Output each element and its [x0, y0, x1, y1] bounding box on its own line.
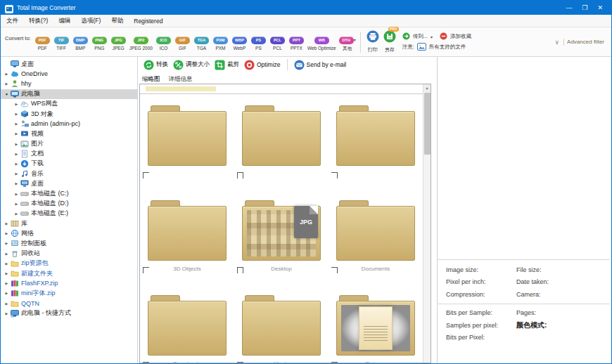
expand-arrow-icon[interactable]: ▶ [4, 241, 10, 245]
menu-item-4[interactable]: 帮助 [111, 17, 123, 25]
expand-arrow-icon[interactable]: ▶ [4, 261, 10, 266]
print-button[interactable]: 打印 [366, 30, 379, 53]
tab-details[interactable]: 详细信息 [169, 75, 193, 84]
expand-arrow-icon[interactable]: ▶ [13, 181, 20, 186]
tree-item-onedrive[interactable]: ▶OneDrive [1, 69, 137, 79]
format-dropdown-icon[interactable]: ▾ [354, 38, 356, 42]
folder-item-desktop[interactable]: JPGDesktop [234, 200, 329, 261]
tree-item-控制面板[interactable]: ▶控制面板 [1, 238, 137, 248]
expand-arrow-icon[interactable]: ▶ [13, 152, 20, 156]
expand-arrow-icon[interactable]: ▶ [13, 142, 20, 146]
format-button-pdf[interactable]: PDFPDF [34, 31, 51, 51]
tree-item-hhy[interactable]: ▶hhy [1, 79, 137, 89]
format-button-webp[interactable]: WBPWebP [231, 31, 248, 51]
expand-arrow-icon[interactable]: ▶ [4, 291, 10, 295]
expand-arrow-icon[interactable]: ▶ [13, 212, 20, 216]
tree-item-网络[interactable]: ▶网络 [1, 228, 137, 238]
expand-arrow-icon[interactable]: ▶ [4, 221, 10, 226]
scroll-up-button[interactable]: ▲ [423, 84, 431, 92]
menu-item-3[interactable]: 选项(F) [81, 17, 101, 25]
tree-item-admin-admin-pc-[interactable]: ▶admin (admin-pc) [1, 119, 137, 129]
format-button-ico[interactable]: ICOICO [155, 31, 172, 51]
save-button[interactable]: PRO 另存 [383, 30, 396, 53]
folder-icon[interactable] [148, 105, 227, 166]
tree-item-此电脑[interactable]: ▼此电脑 [1, 89, 137, 99]
close-button[interactable]: ✕ [597, 4, 603, 11]
tree-item-下载[interactable]: ▶下载 [1, 159, 137, 169]
send-to-dropdown-icon[interactable]: ▾ [431, 34, 433, 39]
tree-item-flashfxp-zip[interactable]: ▶FlashFXP.zip [1, 278, 137, 288]
tree-item-新建文件夹[interactable]: ▶新建文件夹 [1, 268, 137, 278]
selection-checkbox[interactable] [237, 172, 243, 178]
expand-arrow-icon[interactable]: ▶ [4, 301, 10, 306]
expand-arrow-icon[interactable]: ▶ [4, 281, 10, 285]
send-to-button[interactable]: 传到... [413, 33, 428, 40]
action-button-转换[interactable]: 转换 [144, 60, 168, 70]
tab-thumbnails[interactable]: 缩略图 [142, 75, 160, 84]
tree-item-回收站[interactable]: ▶回收站 [1, 249, 137, 259]
file-filter-value[interactable]: 所有支持的文件 [429, 44, 466, 51]
tree-item-视频[interactable]: ▶视频 [1, 129, 137, 138]
expand-arrow-icon[interactable]: ▶ [4, 231, 10, 235]
expand-arrow-icon[interactable]: ▶ [4, 72, 10, 76]
format-button-ps[interactable]: PSPS [250, 31, 267, 51]
tree-item-库[interactable]: ▶库 [1, 219, 137, 228]
scrollbar-thumb[interactable] [424, 93, 431, 155]
tree-item-mini字体-zip[interactable]: ▶mini字体.zip [1, 288, 137, 298]
expand-arrow-icon[interactable]: ▶ [4, 252, 10, 256]
folder-icon[interactable] [242, 105, 321, 166]
tree-item-桌面[interactable]: ▶桌面 [1, 178, 137, 188]
folder-item-documents[interactable]: Documents [329, 200, 423, 261]
format-button-tiff[interactable]: TIFTIFF [53, 31, 70, 51]
expand-arrow-icon[interactable]: ▶ [13, 112, 20, 116]
folder-item[interactable] [234, 105, 329, 166]
scrollbar[interactable]: ▲ [423, 84, 431, 363]
format-button-pcl[interactable]: PCLPCL [269, 31, 286, 51]
expand-arrow-icon[interactable]: ▶ [13, 102, 20, 106]
maximize-button[interactable]: ❐ [582, 4, 587, 11]
folder-icon[interactable] [336, 200, 415, 261]
tree-item-本地磁盘-e-[interactable]: ▶本地磁盘 (E:) [1, 209, 137, 219]
folder-icon[interactable] [336, 105, 415, 166]
advanced-filter[interactable]: ∨ Advanced filter [554, 39, 608, 46]
expand-arrow-icon[interactable]: ▶ [13, 162, 20, 166]
tree-item-qqtn[interactable]: ▶QQTN [1, 299, 137, 308]
action-button-调整大小[interactable]: 调整大小 [173, 60, 210, 70]
action-button-send-by-e-mail[interactable]: Send by e-mail [294, 60, 347, 70]
expand-arrow-icon[interactable]: ▶ [4, 271, 10, 275]
folder-icon[interactable] [148, 295, 227, 356]
folder-item-3d-objects[interactable]: 3D Objects [140, 200, 234, 261]
expand-arrow-icon[interactable]: ▶ [13, 171, 20, 176]
collapse-arrow-icon[interactable]: ▼ [4, 92, 10, 96]
folder-item[interactable] [140, 105, 234, 166]
folder-item-downloads[interactable]: Downloads [140, 295, 234, 356]
chevron-down-icon[interactable]: ∨ [554, 39, 564, 46]
menu-item-0[interactable]: 文件 [6, 17, 18, 25]
tree-item-桌面[interactable]: 桌面 [1, 59, 137, 69]
expand-arrow-icon[interactable]: ▶ [13, 202, 20, 206]
tree-item-图片[interactable]: ▶图片 [1, 139, 137, 149]
expand-arrow-icon[interactable]: ▶ [4, 82, 10, 86]
format-button-pptx[interactable]: PPTPPTX [288, 31, 305, 51]
menu-item-5[interactable]: Registered [134, 18, 162, 25]
folder-item[interactable] [329, 105, 423, 166]
tree-item-此电脑-快捷方式[interactable]: ▶此电脑 - 快捷方式 [1, 308, 137, 318]
tree-item-wps网盘[interactable]: ▶WPS网盘 [1, 99, 137, 109]
format-button-bmp[interactable]: BMPBMP [72, 31, 89, 51]
selection-checkbox[interactable] [143, 172, 149, 178]
tree-item-zip资源包[interactable]: ▶zip资源包 [1, 259, 137, 268]
tree-item-3d-对象[interactable]: ▶3D 对象 [1, 109, 137, 119]
format-button-gif[interactable]: GIFGIF [174, 31, 191, 51]
folder-icon[interactable]: JPG [242, 200, 321, 261]
selection-checkbox[interactable] [331, 172, 338, 178]
menu-item-2[interactable]: 编辑 [58, 17, 70, 25]
tree-item-音乐[interactable]: ▶音乐 [1, 169, 137, 178]
format-button-web-optimize[interactable]: WBWeb Optimize [307, 31, 337, 51]
folder-item-pictures[interactable]: Pictures [329, 295, 423, 356]
expand-arrow-icon[interactable]: ▶ [4, 311, 10, 316]
tree-item-文档[interactable]: ▶文档 [1, 149, 137, 159]
expand-arrow-icon[interactable]: ▶ [13, 131, 20, 136]
format-button-tga[interactable]: TGATGA [193, 31, 210, 51]
minimize-button[interactable]: — [566, 4, 572, 11]
expand-arrow-icon[interactable]: ▶ [13, 122, 20, 126]
